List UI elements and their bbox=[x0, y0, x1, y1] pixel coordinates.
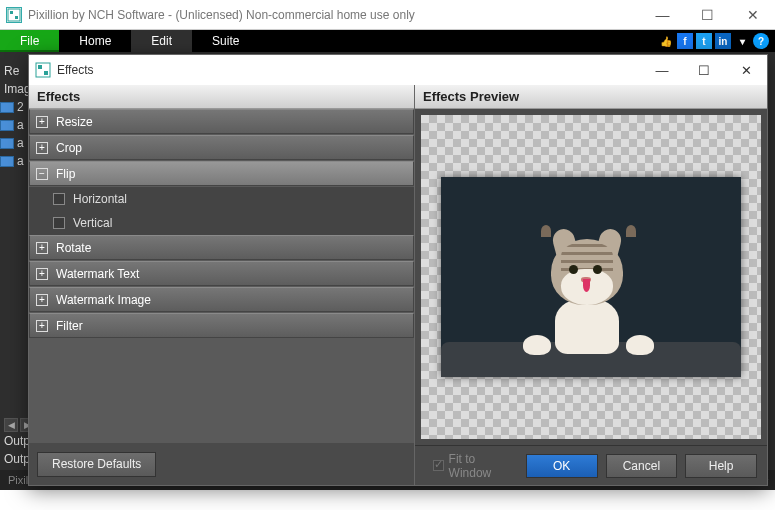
expand-icon[interactable]: + bbox=[36, 268, 48, 280]
collapse-icon[interactable]: − bbox=[36, 168, 48, 180]
restore-row: Restore Defaults bbox=[29, 443, 414, 485]
bg-label-imag: Imag bbox=[4, 82, 31, 96]
effect-crop[interactable]: +Crop bbox=[29, 135, 414, 160]
window-title: Pixillion by NCH Software - (Unlicensed)… bbox=[28, 8, 415, 22]
like-icon[interactable]: 👍 bbox=[658, 33, 674, 49]
svg-rect-1 bbox=[10, 11, 13, 14]
list-item[interactable]: a bbox=[0, 116, 25, 134]
twitter-icon[interactable]: t bbox=[696, 33, 712, 49]
help-button[interactable]: Help bbox=[685, 454, 757, 478]
effect-watermark-text[interactable]: +Watermark Text bbox=[29, 261, 414, 286]
effect-rotate[interactable]: +Rotate bbox=[29, 235, 414, 260]
expand-icon[interactable]: + bbox=[36, 242, 48, 254]
restore-defaults-button[interactable]: Restore Defaults bbox=[37, 452, 156, 477]
checkbox-icon[interactable] bbox=[53, 217, 65, 229]
social-icons: 👍 f t in ▾ ? bbox=[658, 33, 775, 49]
dialog-minimize-button[interactable]: — bbox=[641, 55, 683, 85]
list-item[interactable]: 2 bbox=[0, 98, 25, 116]
ok-button[interactable]: OK bbox=[526, 454, 598, 478]
image-thumb-icon bbox=[0, 102, 14, 113]
thumb-strip: 2 a a a bbox=[0, 98, 25, 170]
social-dropdown-icon[interactable]: ▾ bbox=[734, 33, 750, 49]
checkbox-icon bbox=[433, 460, 444, 471]
preview-image bbox=[441, 177, 741, 377]
main-window-titlebar: Pixillion by NCH Software - (Unlicensed)… bbox=[0, 0, 775, 30]
expand-icon[interactable]: + bbox=[36, 294, 48, 306]
bg-label-re: Re bbox=[4, 64, 19, 78]
dialog-titlebar: Effects — ☐ ✕ bbox=[29, 55, 767, 85]
maximize-button[interactable]: ☐ bbox=[685, 0, 730, 30]
expand-icon[interactable]: + bbox=[36, 116, 48, 128]
preview-panel: Effects Preview bbox=[414, 85, 767, 485]
image-thumb-icon bbox=[0, 120, 14, 131]
flip-options: Horizontal Vertical bbox=[29, 187, 414, 235]
effects-panel: Effects +Resize +Crop −Flip Horizontal V… bbox=[29, 85, 414, 485]
checkbox-icon[interactable] bbox=[53, 193, 65, 205]
dialog-title: Effects bbox=[57, 63, 93, 77]
close-button[interactable]: ✕ bbox=[730, 0, 775, 30]
help-icon[interactable]: ? bbox=[753, 33, 769, 49]
svg-rect-5 bbox=[44, 71, 48, 75]
dialog-button-bar: Fit to Window OK Cancel Help bbox=[415, 445, 767, 485]
expand-icon[interactable]: + bbox=[36, 142, 48, 154]
dialog-icon bbox=[35, 62, 51, 78]
effect-resize[interactable]: +Resize bbox=[29, 109, 414, 134]
dialog-maximize-button[interactable]: ☐ bbox=[683, 55, 725, 85]
scroll-left-icon[interactable]: ◀ bbox=[4, 418, 18, 432]
preview-canvas bbox=[421, 115, 761, 439]
image-thumb-icon bbox=[0, 138, 14, 149]
menu-edit[interactable]: Edit bbox=[131, 30, 192, 52]
svg-rect-4 bbox=[38, 65, 42, 69]
svg-rect-0 bbox=[8, 9, 20, 21]
dialog-close-button[interactable]: ✕ bbox=[725, 55, 767, 85]
app-icon bbox=[6, 7, 22, 23]
menu-suite[interactable]: Suite bbox=[192, 30, 259, 52]
effects-dialog: Effects — ☐ ✕ Effects +Resize +Crop −Fli… bbox=[28, 54, 768, 486]
flip-horizontal-option[interactable]: Horizontal bbox=[29, 187, 414, 211]
linkedin-icon[interactable]: in bbox=[715, 33, 731, 49]
bg-label-outp2: Outp bbox=[4, 452, 30, 466]
list-item[interactable]: a bbox=[0, 152, 25, 170]
svg-rect-2 bbox=[15, 16, 18, 19]
preview-header: Effects Preview bbox=[415, 85, 767, 109]
menu-file[interactable]: File bbox=[0, 30, 59, 52]
effect-flip[interactable]: −Flip bbox=[29, 161, 414, 186]
menubar: File Home Edit Suite 👍 f t in ▾ ? bbox=[0, 30, 775, 52]
list-item[interactable]: a bbox=[0, 134, 25, 152]
bg-label-outp1: Outp bbox=[4, 434, 30, 448]
effect-watermark-image[interactable]: +Watermark Image bbox=[29, 287, 414, 312]
menu-home[interactable]: Home bbox=[59, 30, 131, 52]
fit-to-window-checkbox: Fit to Window bbox=[433, 452, 518, 480]
main-window-controls: — ☐ ✕ bbox=[640, 0, 775, 30]
effects-header: Effects bbox=[29, 85, 414, 109]
minimize-button[interactable]: — bbox=[640, 0, 685, 30]
flip-vertical-option[interactable]: Vertical bbox=[29, 211, 414, 235]
image-thumb-icon bbox=[0, 156, 14, 167]
expand-icon[interactable]: + bbox=[36, 320, 48, 332]
effects-list: +Resize +Crop −Flip Horizontal Vertical … bbox=[29, 109, 414, 443]
effect-filter[interactable]: +Filter bbox=[29, 313, 414, 338]
facebook-icon[interactable]: f bbox=[677, 33, 693, 49]
cancel-button[interactable]: Cancel bbox=[606, 454, 678, 478]
